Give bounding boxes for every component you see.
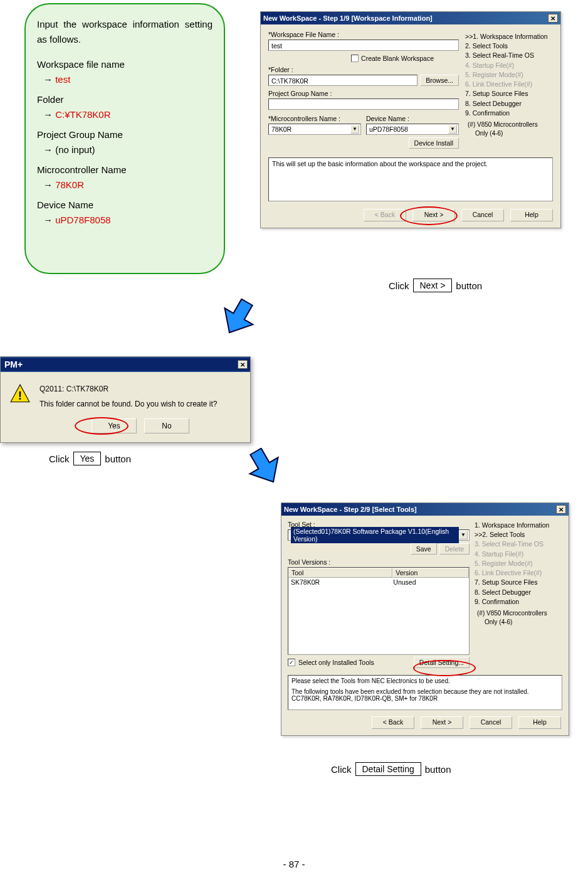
close-icon[interactable]: ✕ — [548, 14, 558, 23]
cancel-button[interactable]: Cancel — [461, 209, 504, 221]
ws-name-label: Workspace file name — [37, 57, 213, 72]
ws-name-value: → test — [43, 72, 213, 87]
ws-file-label: *Workspace File Name : — [268, 31, 459, 38]
next-button[interactable]: Next > — [412, 209, 455, 221]
folder-field-label: *Folder : — [268, 66, 459, 73]
svg-text:!: ! — [18, 389, 22, 402]
svg-marker-3 — [246, 448, 283, 486]
back-button[interactable]: < Back — [364, 209, 406, 221]
toolver-label: Tool Versions : — [288, 558, 470, 566]
mcu-value: → 78K0R — [43, 178, 213, 193]
dialog-title: New WorkSpace - Step 2/9 [Select Tools] — [284, 506, 417, 513]
mcu-select[interactable]: 78K0R ▼ — [268, 124, 361, 135]
title-bar[interactable]: New WorkSpace - Step 2/9 [Select Tools] … — [281, 503, 569, 516]
warn-line2: This folder cannot be found. Do you wish… — [39, 398, 241, 410]
pgroup-value: → (no input) — [43, 142, 213, 157]
dialog-title: PM+ — [4, 359, 23, 369]
close-icon[interactable]: ✕ — [238, 360, 248, 369]
warning-icon: ! — [9, 383, 31, 433]
installed-only-label: Select only Installed Tools — [298, 659, 374, 666]
wizard-steps: >>1. Workspace Information 2. Select Too… — [465, 32, 553, 139]
workspace-info-dialog: New WorkSpace - Step 1/9 [Workspace Info… — [260, 11, 561, 228]
next-button[interactable]: Next > — [421, 716, 463, 729]
detail-setting-button[interactable]: Detail Setting... — [414, 657, 470, 668]
delete-button[interactable]: Delete — [439, 543, 470, 555]
caption-next: Click Next > button — [389, 279, 482, 292]
col-tool: Tool — [288, 568, 392, 578]
col-version: Version — [392, 568, 469, 578]
device-install-button[interactable]: Device Install — [409, 137, 459, 149]
title-bar[interactable]: New WorkSpace - Step 1/9 [Workspace Info… — [261, 12, 560, 24]
folder-label: Folder — [37, 92, 213, 107]
wizard-steps: 1. Workspace Information >>2. Select Too… — [475, 521, 562, 627]
dev-select[interactable]: uPD78F8058 ▼ — [366, 124, 459, 135]
mcu-field-label: *Microcontrollers Name : — [268, 115, 361, 122]
dev-value: → uPD78F8058 — [43, 213, 213, 228]
pm-plus-dialog: PM+ ✕ ! Q2011: C:\TK78K0R This folder ca… — [0, 356, 251, 443]
svg-marker-0 — [219, 299, 257, 336]
chevron-down-icon: ▼ — [448, 125, 457, 134]
installed-only-checkbox[interactable]: ✓ — [288, 659, 295, 666]
caption-detail: Click Detail Setting button — [331, 762, 451, 776]
arrow-down-icon — [219, 299, 257, 336]
arrow-down-icon — [246, 448, 283, 486]
caption-detail-btn: Detail Setting — [355, 762, 421, 776]
back-button[interactable]: < Back — [372, 716, 414, 729]
caption-yes: Click Yes button — [49, 452, 131, 465]
instruction-box: Input the workspace information setting … — [24, 3, 225, 274]
pgroup-label: Project Group Name — [37, 127, 213, 142]
caption-next-btn: Next > — [413, 279, 453, 292]
pgroup-input[interactable] — [268, 98, 459, 110]
help-button[interactable]: Help — [518, 716, 561, 729]
blank-ws-checkbox[interactable] — [351, 55, 359, 62]
chevron-down-icon: ▼ — [459, 531, 468, 539]
dialog-title: New WorkSpace - Step 1/9 [Workspace Info… — [263, 14, 433, 22]
description-area: Please select the Tools from NEC Electro… — [288, 675, 562, 710]
folder-input[interactable]: C:\TK78K0R — [268, 75, 417, 86]
cancel-button[interactable]: Cancel — [470, 716, 512, 729]
blank-ws-label: Create Blank Workspace — [361, 55, 434, 62]
help-button[interactable]: Help — [510, 209, 553, 221]
close-icon[interactable]: ✕ — [556, 505, 566, 514]
chevron-down-icon: ▼ — [350, 125, 359, 134]
title-bar[interactable]: PM+ ✕ — [1, 357, 250, 372]
yes-button[interactable]: Yes — [92, 418, 137, 433]
toolset-select[interactable]: (Selected01)78K0R Software Package V1.10… — [288, 529, 470, 541]
page-number: - 87 - — [0, 859, 588, 869]
table-row[interactable]: SK78K0R Unused — [288, 578, 469, 587]
browse-button[interactable]: Browse... — [420, 75, 459, 86]
no-button[interactable]: No — [144, 418, 189, 433]
mcu-label: Microcontroller Name — [37, 162, 213, 178]
save-button[interactable]: Save — [411, 543, 437, 555]
tool-versions-table[interactable]: Tool Version SK78K0R Unused — [288, 567, 470, 655]
warn-line1: Q2011: C:\TK78K0R — [39, 383, 241, 395]
select-tools-dialog: New WorkSpace - Step 2/9 [Select Tools] … — [281, 502, 569, 736]
folder-value: → C:¥TK78K0R — [43, 107, 213, 122]
dev-label: Device Name — [37, 198, 213, 213]
caption-yes-btn: Yes — [73, 452, 102, 465]
pgroup-field-label: Project Group Name : — [268, 90, 459, 97]
intro-text: Input the workspace information setting … — [37, 17, 213, 47]
ws-file-input[interactable]: test — [268, 40, 459, 51]
description-area: This will set up the basic information a… — [268, 157, 553, 201]
dev-field-label: Device Name : — [366, 115, 459, 122]
